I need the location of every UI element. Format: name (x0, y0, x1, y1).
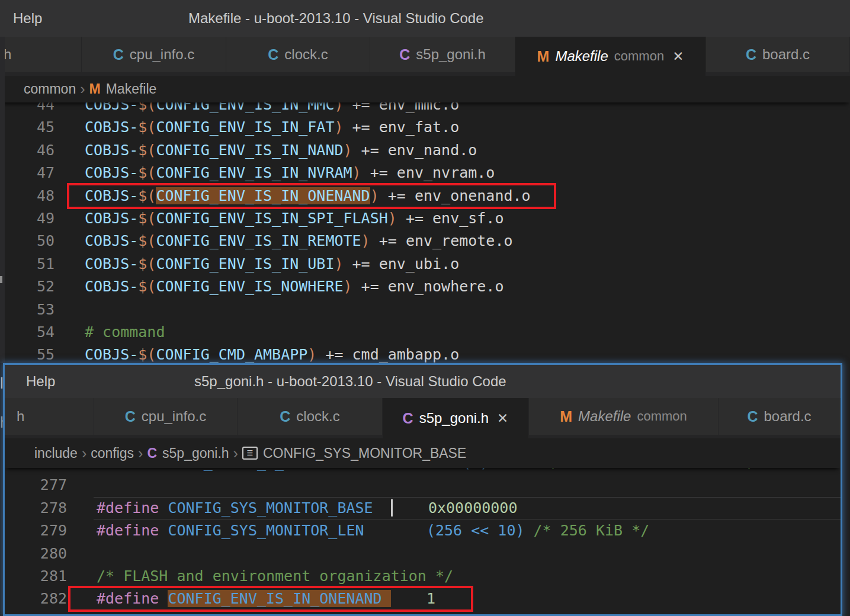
line-number: 44 (0, 102, 54, 116)
code-token: COBJS- (85, 278, 138, 295)
makefile-icon: M (560, 408, 572, 425)
code-token: += env_onenand.o (379, 187, 531, 204)
line-number: 51 (0, 253, 54, 275)
line-number: 276 (5, 468, 67, 474)
code-token: += env_nvram.o (361, 164, 495, 181)
tab-clock-c[interactable]: Cclock.c (226, 37, 370, 72)
code-line-281: 281/* FLASH and environment organization… (5, 565, 841, 588)
line-content[interactable]: COBJS-$(CONFIG_ENV_IS_IN_SPI_FLASH) += e… (54, 210, 503, 227)
tab-board-c[interactable]: Cboard.c (719, 398, 841, 435)
code-token: $( (138, 346, 156, 363)
line-number: 54 (0, 321, 54, 344)
code-token: $( (138, 164, 156, 181)
line-content[interactable] (54, 301, 85, 318)
tab-board-c[interactable]: Cboard.c (706, 37, 850, 72)
line-number: 49 (0, 207, 54, 230)
tab-cpu-info-c[interactable]: Ccpu_info.c (82, 37, 226, 72)
menu-help[interactable]: Help (13, 10, 42, 27)
line-content[interactable]: #define PHYS_SDRAM_3_SIZE (0) /* 128 MB … (67, 468, 756, 471)
line-content[interactable] (67, 476, 97, 493)
tab-s5p-goni-h[interactable]: Cs5p_goni.h✕ (383, 398, 529, 438)
line-number: 52 (0, 275, 54, 298)
line-content[interactable]: /* FLASH and environment organization */ (67, 567, 453, 585)
line-content[interactable]: COBJS-$(CONFIG_ENV_IS_IN_NVRAM) += env_n… (54, 164, 495, 181)
code-token (393, 499, 428, 516)
code-token: (256 << 10) (426, 522, 525, 539)
line-content[interactable]: COBJS-$(CONFIG_ENV_IS_IN_NAND) += env_na… (54, 142, 477, 159)
c-header-file-icon: C (147, 445, 157, 461)
code-token: $( (138, 232, 156, 249)
tab-s5p-goni-h[interactable]: Cs5p_goni.h (370, 37, 515, 72)
c-header-file-icon: C (403, 410, 413, 427)
line-content[interactable]: COBJS-$(CONFIG_ENV_IS_IN_REMOTE) += env_… (54, 232, 513, 249)
line-content[interactable] (67, 545, 97, 562)
code-token: /* 128 MB in Bank #2 */ (551, 468, 756, 471)
breadcrumb-item-include[interactable]: include (34, 445, 78, 461)
tab-makefile[interactable]: MMakefilecommon (529, 398, 719, 435)
breadcrumb-item-makefile[interactable]: MMakefile (89, 81, 157, 97)
line-content[interactable]: COBJS-$(CONFIG_CMD_AMBAPP) += cmd_ambapp… (54, 346, 459, 363)
code-token (489, 468, 551, 471)
line-content[interactable]: #define CONFIG_SYS_MONITOR_LEN (256 << 1… (67, 522, 649, 539)
code-token (525, 522, 534, 539)
line-content[interactable]: COBJS-$(CONFIG_ENV_IS_IN_MMC) += env_mmc… (54, 102, 459, 113)
line-content[interactable]: COBJS-$(CONFIG_ENV_IS_IN_ONENAND) += env… (54, 187, 531, 204)
code-token: CONFIG_ENV_IS_IN_SPI_FLASH (156, 210, 387, 227)
code-token: #define (97, 590, 168, 607)
code-token (391, 590, 426, 607)
tab-h[interactable]: h (0, 37, 82, 72)
code-area: 44COBJS-$(CONFIG_ENV_IS_IN_MMC) += env_m… (0, 102, 850, 365)
breadcrumb-label: include (34, 445, 78, 461)
line-number: 45 (0, 116, 54, 139)
line-number: 53 (0, 299, 54, 321)
editor[interactable]: 276#define PHYS_SDRAM_3_SIZE (0) /* 128 … (5, 468, 841, 614)
code-token: += env_ubi.o (344, 255, 460, 272)
code-token: PHYS_SDRAM_3_SIZE (168, 468, 319, 471)
tab-description: common (637, 409, 687, 424)
line-content[interactable]: COBJS-$(CONFIG_ENV_IS_IN_FAT) += env_fat… (54, 118, 459, 136)
c-file-icon: C (113, 46, 124, 63)
code-token: 1 (426, 590, 435, 607)
line-content[interactable]: #define CONFIG_ENV_IS_IN_ONENAND 1 (67, 590, 435, 607)
tab-description: common (614, 49, 664, 64)
window-makefile: Help Makefile - u-boot-2013.10 - Visual … (0, 0, 850, 365)
tab-label: Makefile (578, 408, 631, 425)
line-content[interactable]: # command (54, 323, 165, 341)
code-line-52: 52COBJS-$(CONFIG_ENV_IS_NOWHERE) += env_… (0, 275, 850, 298)
code-token: ) (388, 210, 397, 227)
line-number: 46 (0, 139, 54, 162)
code-token: $( (138, 255, 156, 272)
code-line-48: 48COBJS-$(CONFIG_ENV_IS_IN_ONENAND) += e… (0, 185, 850, 207)
tab-clock-c[interactable]: Cclock.c (238, 398, 383, 435)
code-area: 276#define PHYS_SDRAM_3_SIZE (0) /* 128 … (5, 468, 841, 611)
chevron-right-icon: › (80, 81, 85, 98)
breadcrumb-item-configs[interactable]: configs (91, 445, 134, 461)
code-token: ) (334, 118, 343, 136)
line-content[interactable]: COBJS-$(CONFIG_ENV_IS_IN_UBI) += env_ubi… (54, 255, 459, 272)
close-icon[interactable]: ✕ (672, 49, 684, 65)
breadcrumb-item-config-sys-monitor-base[interactable]: ☰CONFIG_SYS_MONITOR_BASE (242, 445, 466, 461)
tab-h[interactable]: h (5, 398, 94, 435)
title-bar: Help Makefile - u-boot-2013.10 - Visual … (0, 0, 850, 37)
close-icon[interactable]: ✕ (497, 410, 508, 426)
tab-cpu-info-c[interactable]: Ccpu_info.c (94, 398, 238, 435)
window-title: Makefile - u-boot-2013.10 - Visual Studi… (188, 10, 484, 27)
tab-makefile[interactable]: MMakefilecommon✕ (515, 37, 706, 76)
code-line-55: 55COBJS-$(CONFIG_CMD_AMBAPP) += cmd_amba… (0, 344, 850, 365)
breadcrumb-label: s5p_goni.h (162, 445, 229, 461)
code-token: #define (97, 499, 168, 516)
code-line-53: 53 (0, 299, 850, 321)
chevron-right-icon: › (138, 445, 143, 462)
code-token: ) (352, 164, 361, 181)
editor[interactable]: 44COBJS-$(CONFIG_ENV_IS_IN_MMC) += env_m… (0, 102, 850, 365)
code-token (364, 522, 426, 539)
breadcrumb-item-common[interactable]: common (24, 81, 76, 97)
code-token: COBJS- (85, 232, 138, 249)
tab-label: cpu_info.c (142, 408, 206, 425)
code-token: $( (138, 102, 156, 113)
line-content[interactable]: COBJS-$(CONFIG_ENV_IS_NOWHERE) += env_no… (54, 278, 503, 295)
line-content[interactable]: #define CONFIG_SYS_MONITOR_BASE 0x000000… (67, 499, 517, 516)
menu-help[interactable]: Help (26, 373, 55, 390)
breadcrumb-item-s5p-goni-h[interactable]: Cs5p_goni.h (147, 445, 229, 461)
code-token: COBJS- (85, 255, 138, 272)
